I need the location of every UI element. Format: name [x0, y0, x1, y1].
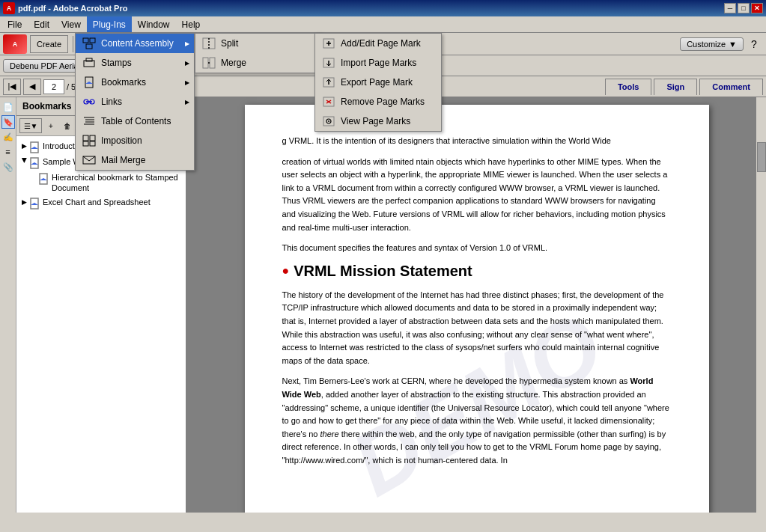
maximize-btn[interactable]: □ — [738, 3, 750, 13]
bookmark-tree: ▶ Introduction to the Pdf995 Suite ▶ Sam… — [16, 136, 186, 513]
pdf-page: DEMO g VRML. It is the intention of its … — [245, 105, 709, 513]
plugins-menu-dropdown: Content Assembly ▶ Stamps ▶ Bookmarks ▶ … — [75, 33, 195, 171]
svg-rect-29 — [210, 58, 215, 68]
expand-icon[interactable]: ▶ — [19, 158, 28, 167]
menu-edit[interactable]: Edit — [28, 16, 55, 32]
menu-help[interactable]: Help — [176, 16, 207, 32]
nav-first-btn[interactable]: |◀ — [3, 79, 21, 95]
submenu-arrow-bookmarks-icon: ▶ — [185, 79, 189, 86]
merge-label: Merge — [221, 58, 246, 68]
app-icon: A — [3, 2, 15, 14]
submenu-item-split[interactable]: Split — [195, 34, 321, 53]
submenu-item-remove-mark[interactable]: Remove Page Marks — [315, 92, 441, 111]
page-panel-icon[interactable]: 📄 — [1, 100, 15, 114]
scrollbar[interactable] — [756, 97, 766, 513]
menu-item-toc[interactable]: Table of Contents — [76, 111, 194, 131]
menu-view[interactable]: View — [55, 16, 87, 32]
expand-icon[interactable]: ▶ — [19, 142, 28, 151]
import-mark-icon — [321, 56, 336, 70]
svg-marker-3 — [31, 162, 38, 165]
submenu-item-view-mark[interactable]: View Page Marks — [315, 111, 441, 131]
pdf-para-5: Next, Tim Berners-Lee's work at CERN, wh… — [282, 375, 672, 467]
create-btn[interactable]: Create — [30, 35, 68, 53]
bookmark-icon — [28, 141, 40, 153]
page-marks-submenu: Add/Edit Page Mark Import Page Marks Exp… — [314, 33, 442, 132]
submenu-arrow-stamps-icon: ▶ — [185, 60, 189, 67]
split-icon — [201, 37, 216, 50]
menu-item-imposition[interactable]: Imposition — [76, 131, 194, 150]
remove-mark-label: Remove Page Marks — [341, 97, 425, 107]
submenu-item-export-mark[interactable]: Export Page Mark — [315, 73, 441, 92]
tab-sign[interactable]: Sign — [654, 79, 697, 95]
right-panel[interactable]: DEMO g VRML. It is the intention of its … — [187, 97, 766, 513]
menu-plugins[interactable]: Plug-Ins — [87, 16, 132, 32]
bookmark-icon — [28, 198, 40, 210]
menu-window[interactable]: Window — [132, 16, 176, 32]
pdf-para-2: creation of virtual worlds with limited … — [282, 156, 672, 235]
svg-marker-7 — [31, 203, 38, 205]
pdf-para-4: The history of the development of the In… — [282, 289, 672, 368]
submenu-item-add-mark[interactable]: Add/Edit Page Mark — [315, 34, 441, 53]
submenu-arrow-links-icon: ▶ — [185, 99, 189, 106]
expand-icon[interactable]: ▶ — [19, 198, 28, 207]
tab-comment[interactable]: Comment — [699, 79, 763, 95]
window-controls[interactable]: ─ □ ✕ — [724, 3, 763, 13]
mailmerge-label: Mail Merge — [101, 155, 145, 165]
nav-prev-btn[interactable]: ◀ — [23, 79, 41, 95]
content-assembly-submenu: Split Merge — [195, 33, 322, 73]
svg-point-43 — [328, 120, 329, 122]
content-assembly-label: Content Assembly — [101, 38, 174, 49]
svg-marker-1 — [31, 147, 38, 149]
bm-options-btn[interactable]: ☰▼ — [19, 118, 42, 133]
add-mark-label: Add/Edit Page Mark — [341, 38, 421, 49]
toolbar-divider-1 — [73, 36, 73, 52]
menu-item-bookmarks[interactable]: Bookmarks ▶ — [76, 73, 194, 92]
submenu-item-merge[interactable]: Merge — [195, 53, 321, 73]
attachment-panel-icon[interactable]: 📎 — [1, 160, 15, 174]
view-mark-label: View Page Marks — [341, 116, 410, 126]
close-btn[interactable]: ✕ — [751, 3, 763, 13]
svg-rect-8 — [83, 38, 88, 43]
tab-tools[interactable]: Tools — [605, 79, 652, 95]
imposition-label: Imposition — [101, 135, 142, 146]
view-mark-icon — [321, 114, 336, 128]
panel-title: Bookmarks — [22, 101, 71, 111]
layer-panel-icon[interactable]: ≡ — [1, 145, 15, 159]
left-icon-strip: 📄 🔖 ✍ ≡ 📎 — [0, 97, 16, 513]
bookmark-panel-icon[interactable]: 🔖 — [1, 115, 15, 129]
window-title: pdf.pdf - Adobe Acrobat Pro — [18, 4, 127, 13]
pdf-para-3: This document specifies the features and… — [282, 242, 672, 255]
import-mark-label: Import Page Marks — [341, 58, 416, 68]
menu-bar: File Edit View Plug-Ins Window Help — [0, 16, 766, 33]
toolbar-help-btn[interactable]: ? — [745, 35, 763, 53]
menu-item-mailmerge[interactable]: Mail Merge — [76, 150, 194, 170]
bookmark-icon — [28, 157, 40, 169]
menu-file[interactable]: File — [1, 16, 28, 32]
menu-item-content-assembly[interactable]: Content Assembly ▶ — [76, 34, 194, 53]
bookmark-item[interactable]: ▶ Excel Chart and Spreadsheet — [16, 195, 186, 211]
scrollbar-thumb[interactable] — [757, 142, 766, 172]
menu-item-links[interactable]: Links ▶ — [76, 92, 194, 111]
export-mark-label: Export Page Mark — [341, 77, 413, 88]
bookmarks-label: Bookmarks — [101, 77, 146, 88]
signature-panel-icon[interactable]: ✍ — [1, 130, 15, 144]
svg-rect-9 — [90, 38, 95, 43]
minimize-btn[interactable]: ─ — [724, 3, 736, 13]
bm-delete-btn[interactable]: 🗑 — [60, 118, 75, 133]
page-input[interactable] — [43, 79, 64, 94]
links-icon — [82, 95, 97, 108]
svg-rect-23 — [83, 141, 88, 146]
menu-item-stamps[interactable]: Stamps ▶ — [76, 53, 194, 73]
submenu-item-import-mark[interactable]: Import Page Marks — [315, 53, 441, 73]
add-mark-icon — [321, 37, 336, 50]
bookmark-item-child[interactable]: ▶ Hierarchical bookmark to Stamped Docum… — [16, 171, 186, 195]
imposition-icon — [82, 134, 97, 147]
stamps-icon — [82, 56, 97, 70]
bm-new-btn[interactable]: + — [43, 118, 58, 133]
customize-btn[interactable]: Customize ▼ — [680, 37, 744, 51]
split-label: Split — [221, 38, 238, 49]
bullet-icon: ● — [282, 264, 290, 278]
content-assembly-icon — [82, 37, 97, 50]
bookmark-icon — [37, 173, 49, 185]
customize-arrow-icon: ▼ — [729, 40, 737, 49]
